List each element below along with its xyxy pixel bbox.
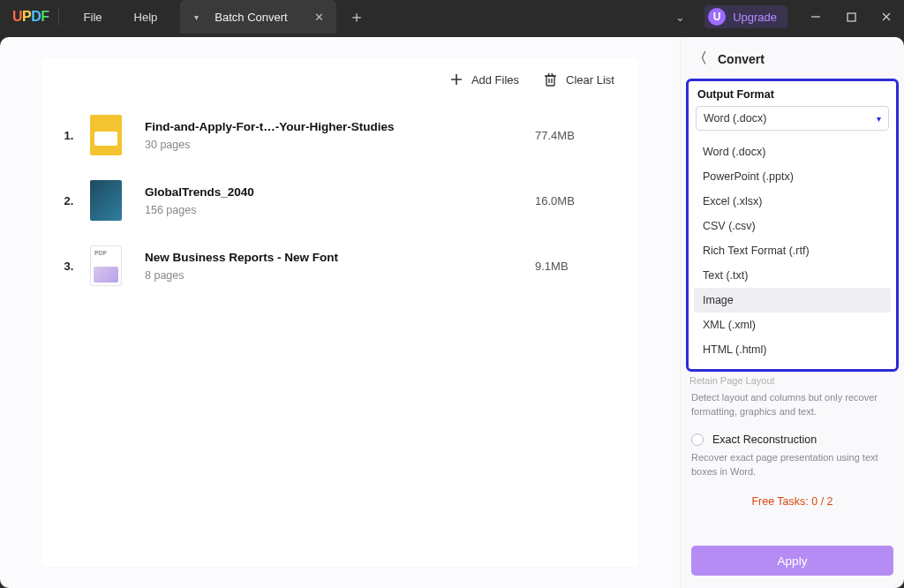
main-panel: Add Files Clear List 1. Find-and-Apply-F… [0, 37, 680, 588]
maximize-icon [847, 12, 856, 22]
file-name: GlobalTrends_2040 [145, 185, 524, 199]
radio-icon [691, 433, 704, 446]
upgrade-button[interactable]: U Upgrade [704, 5, 787, 28]
layout-description: Detect layout and columns but only recov… [681, 389, 904, 428]
close-window-button[interactable] [869, 0, 904, 34]
format-option[interactable]: Excel (.xlsx) [694, 189, 891, 214]
chevron-down-icon[interactable]: ⌄ [656, 11, 704, 24]
output-format-select[interactable]: Word (.docx) ▾ [696, 106, 889, 131]
file-pages: 156 pages [145, 204, 524, 216]
clear-list-button[interactable]: Clear List [544, 72, 614, 87]
file-pages: 30 pages [145, 139, 524, 151]
apply-button[interactable]: Apply [691, 546, 893, 576]
output-format-box: Output Format Word (.docx) ▾ Word (.docx… [686, 79, 899, 372]
divider [58, 8, 59, 26]
file-size: 16.0MB [535, 194, 614, 207]
menu-file[interactable]: File [68, 0, 118, 34]
file-name: New Business Reports - New Font [145, 251, 524, 264]
trash-icon [544, 72, 557, 87]
row-index: 2. [58, 194, 79, 207]
svg-line-11 [552, 73, 553, 76]
clear-list-label: Clear List [566, 73, 614, 87]
output-format-label: Output Format [689, 81, 896, 106]
tab-label: Batch Convert [215, 11, 287, 24]
file-size: 9.1MB [535, 260, 614, 273]
svg-line-10 [548, 73, 549, 76]
chevron-down-icon: ▾ [877, 114, 881, 124]
format-option[interactable]: PowerPoint (.pptx) [694, 164, 891, 189]
format-options-list: Word (.docx)PowerPoint (.pptx)Excel (.xl… [689, 136, 896, 369]
upgrade-label: Upgrade [733, 11, 777, 24]
apply-label: Apply [778, 554, 808, 568]
file-thumbnail: PDF [90, 245, 122, 286]
chevron-down-icon[interactable]: ▾ [194, 12, 199, 22]
maximize-button[interactable] [833, 0, 869, 34]
row-index: 3. [58, 260, 79, 273]
format-option[interactable]: CSV (.csv) [694, 214, 891, 238]
convert-panel: 〈 Convert Output Format Word (.docx) ▾ W… [680, 37, 904, 588]
back-icon[interactable]: 〈 [691, 49, 709, 68]
add-files-label: Add Files [471, 73, 519, 87]
svg-rect-6 [546, 76, 554, 86]
panel-title: Convert [718, 52, 765, 66]
exact-description: Recover exact page presentation using te… [681, 449, 904, 488]
tab-batch-convert[interactable]: ▾ Batch Convert ✕ [180, 0, 335, 34]
format-option[interactable]: Text (.txt) [694, 263, 891, 288]
file-thumbnail [90, 180, 122, 221]
upgrade-badge: U [708, 8, 726, 26]
free-tasks-counter: Free Tasks: 0 / 2 [681, 488, 904, 513]
selected-format: Word (.docx) [704, 112, 766, 124]
row-index: 1. [58, 129, 79, 142]
close-icon [881, 11, 892, 22]
exact-reconstruction-option[interactable]: Exact Reconstruction [681, 428, 904, 449]
format-option[interactable]: Image [694, 288, 891, 313]
pdf-badge: PDF [94, 250, 107, 256]
cutoff-option-text: Retain Page Layout [689, 375, 895, 386]
file-list: 1. Find-and-Apply-For-t…-Your-Higher-Stu… [41, 95, 639, 298]
file-toolbar: Add Files Clear List [41, 58, 639, 95]
menu-help[interactable]: Help [118, 0, 174, 34]
list-item[interactable]: 2. GlobalTrends_2040 156 pages 16.0MB [49, 168, 623, 233]
minimize-icon [810, 11, 821, 22]
format-option[interactable]: HTML (.html) [694, 337, 891, 362]
new-tab-button[interactable]: ＋ [336, 0, 377, 34]
file-pages: 8 pages [145, 269, 524, 282]
plus-icon [450, 73, 463, 86]
exact-reconstruction-label: Exact Reconstruction [712, 433, 817, 446]
file-thumbnail [90, 115, 122, 155]
format-option[interactable]: Rich Text Format (.rtf) [694, 238, 891, 263]
app-logo: UPDF [12, 9, 49, 25]
format-option[interactable]: Word (.docx) [694, 139, 891, 164]
titlebar: UPDF File Help ▾ Batch Convert ✕ ＋ ⌄ U U… [0, 0, 904, 34]
list-item[interactable]: 1. Find-and-Apply-For-t…-Your-Higher-Stu… [49, 102, 623, 168]
add-files-button[interactable]: Add Files [450, 73, 519, 87]
list-item[interactable]: 3. PDF New Business Reports - New Font 8… [49, 233, 623, 298]
file-name: Find-and-Apply-For-t…-Your-Higher-Studie… [145, 120, 524, 133]
minimize-button[interactable] [798, 0, 833, 34]
svg-rect-1 [848, 13, 855, 21]
close-icon[interactable]: ✕ [311, 11, 328, 24]
format-option[interactable]: XML (.xml) [694, 313, 891, 337]
file-size: 77.4MB [535, 129, 614, 142]
